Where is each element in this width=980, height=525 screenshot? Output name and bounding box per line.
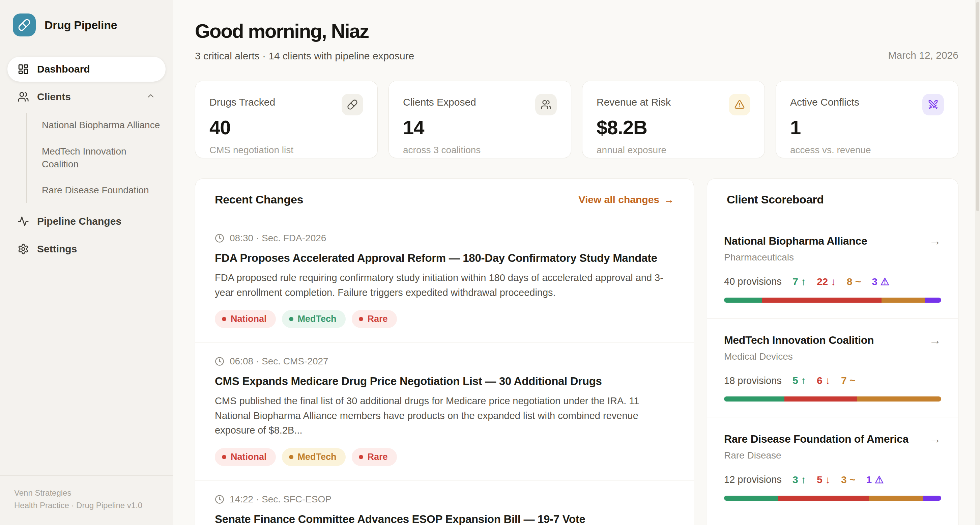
bar-segment-down [778,496,869,501]
recent-changes-list: 08:30 · Sec. FDA-2026FDA Proposes Accele… [195,219,694,525]
tag-label: Rare [368,314,388,324]
entry-meta: 08:30 · Sec. FDA-2026 [215,233,674,244]
sidebar-item-national-biopharma[interactable]: National Biopharma Alliance [42,119,162,132]
panel-title: Recent Changes [215,193,303,206]
breakdown-alert: 1 ⚠ [866,474,883,485]
current-date: March 12, 2026 [888,49,958,62]
users-icon [535,94,557,115]
tag-dot [222,317,226,321]
client-stats: 40 provisions7 ↑22 ↓8 ~3 ⚠ [724,276,941,287]
exposure-bar [724,396,941,402]
bar-segment-flat [869,496,923,501]
stat-label: Clients Exposed [403,94,476,108]
breakdown-flat: 8 ~ [847,276,861,287]
stats-row: Drugs Tracked 40 CMS negotiation list Cl… [195,81,958,158]
page-header: Good morning, Niaz 3 critical alerts · 1… [195,19,958,62]
client-stats: 12 provisions3 ↑5 ↓3 ~1 ⚠ [724,474,941,485]
view-all-changes-link[interactable]: View all changes → [578,194,674,206]
entry-title: FDA Proposes Accelerated Approval Reform… [215,252,674,265]
sidebar-item-pipeline-changes[interactable]: Pipeline Changes [8,209,165,234]
swords-icon [922,94,944,115]
scoreboard-client[interactable]: MedTech Innovation Coalition→Medical Dev… [707,319,958,417]
sidebar-footer: Venn Strategies Health Practice · Drug P… [0,476,173,525]
sidebar-item-rare-disease[interactable]: Rare Disease Foundation [42,184,162,197]
exposure-bar [724,298,941,303]
scoreboard-client[interactable]: National Biopharma Alliance→Pharmaceutic… [707,219,958,319]
clients-subnav: National Biopharma Alliance MedTech Inno… [26,113,165,203]
org-name: Venn Strategies [14,487,159,499]
breakdown-flat: 3 ~ [841,474,856,485]
bar-segment-down [784,396,857,402]
tag-rare[interactable]: Rare [352,448,397,466]
breakdown-down: 22 ↓ [817,276,836,287]
sidebar-item-label: Clients [37,91,71,102]
pill-icon [342,94,363,115]
bar-segment-flat [881,298,925,303]
sidebar: Drug Pipeline Dashboard Clients National… [0,0,173,525]
tag-label: Rare [368,452,388,462]
client-name: MedTech Innovation Coalition [724,334,874,346]
provisions-label: 18 provisions [724,375,782,386]
bar-segment-up [724,496,778,501]
sidebar-item-settings[interactable]: Settings [8,236,165,262]
app-title: Drug Pipeline [45,19,117,32]
stat-value: 1 [790,116,944,139]
page-title: Good morning, Niaz [195,19,414,42]
tag-dot [222,455,226,459]
arrow-right-icon[interactable]: → [929,235,941,247]
arrow-right-icon: → [664,194,674,206]
stat-label: Revenue at Risk [597,94,671,108]
sidebar-item-clients[interactable]: Clients [8,85,165,109]
clock-icon [215,233,224,243]
bar-segment-up [724,298,762,303]
client-top: National Biopharma Alliance→ [724,235,941,247]
entry-body: CMS published the final list of 30 addit… [215,394,670,438]
client-name: National Biopharma Alliance [724,235,867,247]
sidebar-item-label: Dashboard [37,64,90,75]
tag-national[interactable]: National [215,448,276,466]
tag-rare[interactable]: Rare [352,310,397,328]
change-entry[interactable]: 06:08 · Sec. CMS-2027CMS Expands Medicar… [195,343,694,480]
change-entry[interactable]: 14:22 · Sec. SFC-ESOPSenate Finance Comm… [195,480,694,525]
entry-title: Senate Finance Committee Advances ESOP E… [215,513,674,525]
tag-dot [289,455,293,459]
stat-value: 14 [403,116,557,139]
arrow-right-icon[interactable]: → [929,334,941,346]
client-industry: Medical Devices [724,351,941,362]
stat-caption: across 3 coalitions [403,145,557,156]
clock-icon [215,357,224,366]
scoreboard-client[interactable]: Rare Disease Foundation of America→Rare … [707,417,958,516]
client-top: MedTech Innovation Coalition→ [724,334,941,346]
stat-card-clients-exposed: Clients Exposed 14 across 3 coalitions [388,81,571,158]
tag-medtech[interactable]: MedTech [282,310,346,328]
breakdown-flat: 7 ~ [841,375,856,386]
users-icon [18,91,29,102]
arrow-right-icon[interactable]: → [929,433,941,445]
tag-national[interactable]: National [215,310,276,328]
breakdown-down: 5 ↓ [817,474,830,485]
client-industry: Rare Disease [724,450,941,461]
breakdown-up: 3 ↑ [792,474,806,485]
client-scoreboard-panel: Client Scoreboard National Biopharma All… [707,179,958,525]
entry-meta-text: 08:30 · Sec. FDA-2026 [230,233,326,244]
provisions-label: 12 provisions [724,474,782,485]
client-top: Rare Disease Foundation of America→ [724,433,941,445]
sidebar-item-dashboard[interactable]: Dashboard [8,57,165,81]
tag-label: National [231,314,267,324]
stat-value: 40 [209,116,363,139]
app-logo-row: Drug Pipeline [8,10,165,40]
tag-medtech[interactable]: MedTech [282,448,346,466]
client-name: Rare Disease Foundation of America [724,433,908,445]
scrollbar[interactable] [975,0,980,525]
stat-label: Drugs Tracked [209,94,275,108]
dashboard-grid-icon [18,64,29,75]
entry-tags: NationalMedTechRare [215,310,674,328]
change-entry[interactable]: 08:30 · Sec. FDA-2026FDA Proposes Accele… [195,219,694,343]
chevron-up-icon[interactable] [146,91,156,103]
sidebar-item-label: Pipeline Changes [37,215,121,227]
tag-label: MedTech [298,452,337,462]
client-stats: 18 provisions5 ↑6 ↓7 ~ [724,375,941,386]
scrollbar-thumb[interactable] [976,2,979,211]
breakdown-up: 7 ↑ [792,276,806,287]
sidebar-item-medtech-coalition[interactable]: MedTech Innovation Coalition [42,145,162,171]
